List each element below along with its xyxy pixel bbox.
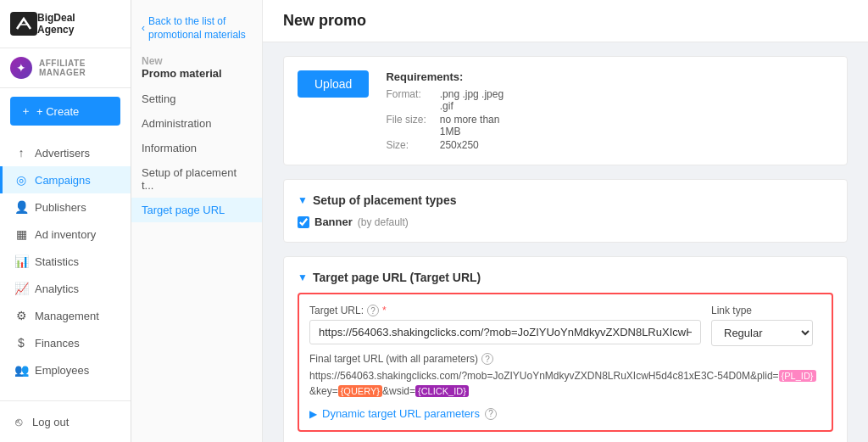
ad-inventory-icon: ▦ <box>14 227 28 241</box>
final-url-help-icon[interactable]: ? <box>481 353 493 365</box>
target-url-form: Target URL: ? * Link type Regul <box>298 293 833 432</box>
sub-nav-administration[interactable]: Administration <box>131 111 262 136</box>
create-button[interactable]: ＋ + Create <box>10 97 120 126</box>
svg-rect-0 <box>10 12 37 36</box>
employees-icon: 👥 <box>14 363 28 377</box>
sidebar-nav: ↑ Advertisers ◎ Campaigns 👤 Publishers ▦… <box>0 134 131 400</box>
requirements-section: Requirements: Format: .png .jpg .jpeg.gi… <box>386 70 504 151</box>
banner-checkbox-row: Banner (by default) <box>298 215 833 228</box>
size-label: Size: <box>386 139 426 151</box>
sub-nav-target-page-url[interactable]: Target page URL <box>131 198 262 222</box>
sidebar-item-statistics[interactable]: 📊 Statistics <box>0 248 131 275</box>
sub-nav-setup-placement[interactable]: Setup of placement t... <box>131 160 262 198</box>
requirements-title: Requirements: <box>386 70 504 83</box>
placement-section-header[interactable]: ▼ Setup of placement types <box>298 193 833 207</box>
placement-collapse-arrow: ▼ <box>298 194 308 206</box>
size-value: 250x250 <box>440 139 504 151</box>
link-type-label: Link type <box>711 305 821 316</box>
page-title: New promo <box>283 12 848 30</box>
campaigns-icon: ◎ <box>14 173 28 187</box>
link-type-group: Link type Regular Smart Direct <box>711 305 821 346</box>
new-label: New <box>142 55 252 67</box>
sidebar-item-publishers[interactable]: 👤 Publishers <box>0 193 131 221</box>
target-url-help-icon[interactable]: ? <box>367 305 379 316</box>
logo-icon <box>10 12 37 36</box>
dynamic-url-row[interactable]: ▶ Dynamic target URL parameters ? <box>309 407 821 420</box>
analytics-icon: 📈 <box>14 282 28 295</box>
sidebar-item-employees[interactable]: 👥 Employees <box>0 356 131 383</box>
query-tag: {QUERY} <box>338 385 382 397</box>
advertisers-icon: ↑ <box>14 146 28 159</box>
placement-card-body: ▼ Setup of placement types Banner (by de… <box>284 180 847 242</box>
placement-card: ▼ Setup of placement types Banner (by de… <box>283 179 848 243</box>
requirements-table: Format: .png .jpg .jpeg.gif File size: n… <box>386 88 504 151</box>
sidebar-item-analytics[interactable]: 📈 Analytics <box>0 275 131 302</box>
logout-button[interactable]: ⎋ Log out <box>0 408 131 435</box>
target-url-field-row: Target URL: ? * Link type Regul <box>309 305 821 346</box>
target-url-label: Target URL: ? * <box>309 305 701 316</box>
finances-icon: $ <box>14 336 28 350</box>
target-url-group: Target URL: ? * <box>309 305 701 344</box>
format-value: .png .jpg .jpeg.gif <box>440 88 504 112</box>
required-star: * <box>382 305 387 316</box>
final-url-section: Final target URL (with all parameters) ?… <box>309 353 821 399</box>
management-icon: ⚙ <box>14 309 28 322</box>
back-link[interactable]: ‹ Back to the list of promotional materi… <box>131 8 262 48</box>
publishers-icon: 👤 <box>14 200 28 214</box>
sidebar: BigDeal Agency ✦ AFFILIATE MANAGER ＋ + C… <box>0 0 131 442</box>
pl-id-tag: {PL_ID} <box>779 370 816 382</box>
sidebar-item-finances[interactable]: $ Finances <box>0 329 131 356</box>
link-type-select[interactable]: Regular Smart Direct <box>711 320 813 346</box>
plus-icon: ＋ <box>20 104 31 119</box>
sub-sidebar: ‹ Back to the list of promotional materi… <box>131 0 263 442</box>
sidebar-item-campaigns[interactable]: ◎ Campaigns <box>0 166 131 193</box>
main-area: ‹ Back to the list of promotional materi… <box>131 0 868 442</box>
promo-material-label: Promo material <box>142 67 252 80</box>
logout-icon: ⎋ <box>12 415 25 428</box>
target-url-collapse-arrow: ▼ <box>298 271 308 283</box>
sidebar-item-advertisers[interactable]: ↑ Advertisers <box>0 139 131 166</box>
click-id-tag: {CLICK_ID} <box>415 385 469 397</box>
statistics-icon: 📊 <box>14 255 28 268</box>
content-area: New promo Upload Requirements: Format: .… <box>263 0 868 442</box>
logo-area: BigDeal Agency <box>0 0 131 48</box>
file-size-label: File size: <box>386 114 426 137</box>
sub-nav-information[interactable]: Information <box>131 136 262 160</box>
affiliate-label: AFFILIATE MANAGER <box>39 59 120 77</box>
final-url-text: https://564063.shakingclicks.com/?mob=Jo… <box>309 368 821 399</box>
file-size-value: no more than1MB <box>440 114 504 137</box>
target-url-input[interactable] <box>309 320 701 344</box>
content-wrap: ‹ Back to the list of promotional materi… <box>131 0 868 442</box>
logo-text: BigDeal Agency <box>37 12 75 36</box>
dynamic-help-icon[interactable]: ? <box>485 408 497 420</box>
sidebar-item-management[interactable]: ⚙ Management <box>0 302 131 329</box>
upload-button[interactable]: Upload <box>298 70 369 98</box>
affiliate-icon: ✦ <box>16 61 26 75</box>
upload-card: Upload Requirements: Format: .png .jpg .… <box>283 56 848 165</box>
format-label: Format: <box>386 88 426 112</box>
sub-nav-setting[interactable]: Setting <box>131 87 262 111</box>
upload-card-body: Upload Requirements: Format: .png .jpg .… <box>284 57 847 165</box>
affiliate-badge: ✦ AFFILIATE MANAGER <box>0 48 131 88</box>
target-url-card: ▼ Target page URL (Target URL) Target UR… <box>283 256 848 442</box>
dynamic-arrow-icon: ▶ <box>309 408 317 420</box>
page-body: Upload Requirements: Format: .png .jpg .… <box>263 42 868 442</box>
target-url-section-header[interactable]: ▼ Target page URL (Target URL) <box>298 271 833 284</box>
banner-checkbox[interactable] <box>298 216 309 228</box>
sidebar-bottom: ⎋ Log out <box>0 400 131 442</box>
sidebar-item-ad-inventory[interactable]: ▦ Ad inventory <box>0 221 131 248</box>
back-arrow-icon: ‹ <box>142 22 145 36</box>
target-url-card-body: ▼ Target page URL (Target URL) Target UR… <box>284 257 847 442</box>
page-header: New promo <box>263 0 868 42</box>
upload-section: Upload Requirements: Format: .png .jpg .… <box>298 70 833 151</box>
